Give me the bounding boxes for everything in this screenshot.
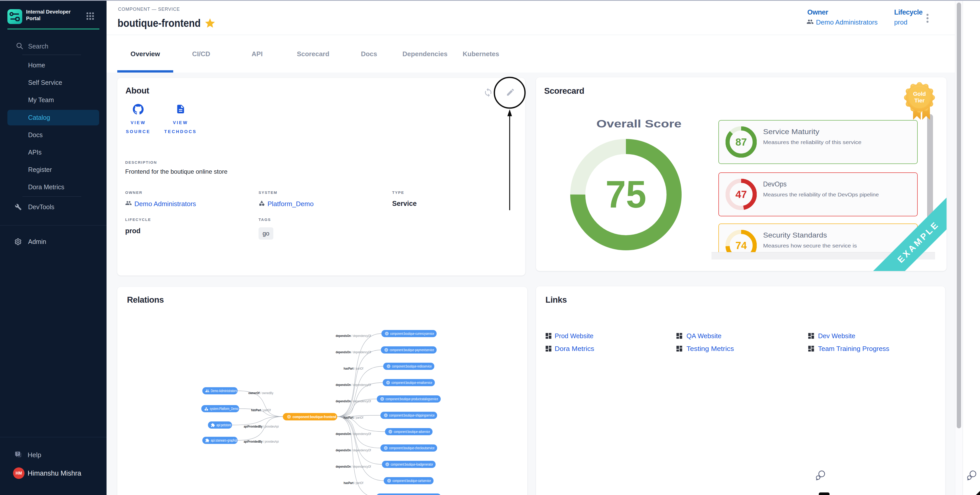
svg-text:hasPart / partOf: hasPart / partOf: [344, 415, 363, 419]
svg-text:dependsOn / dependencyOf: dependsOn / dependencyOf: [336, 432, 371, 436]
svg-text:apiProvidedBy / providesApi: apiProvidedBy / providesApi: [244, 439, 279, 443]
svg-text:dependsOn / dependencyOf: dependsOn / dependencyOf: [336, 383, 371, 387]
svg-text:87: 87: [735, 136, 747, 148]
svg-text:74: 74: [735, 240, 747, 251]
svg-text:dependsOn / dependencyOf: dependsOn / dependencyOf: [336, 465, 371, 468]
svg-text:component:boutique-cartservice: component:boutique-cartservice: [392, 478, 431, 483]
svg-text:component:boutique-frontend: component:boutique-frontend: [293, 415, 336, 419]
svg-text:hasPart / partOf: hasPart / partOf: [344, 366, 363, 370]
svg-text:system:Platform_Demo: system:Platform_Demo: [210, 406, 239, 411]
svg-text:dependsOn / dependencyOf: dependsOn / dependencyOf: [336, 399, 371, 403]
svg-text:dependsOn / dependencyOf: dependsOn / dependencyOf: [336, 350, 371, 354]
svg-text:component:boutique-emailservic: component:boutique-emailservice: [391, 380, 432, 385]
svg-text:apiProvidedBy / providesApi: apiProvidedBy / providesApi: [244, 425, 279, 428]
svg-text:Dora Metrics: Dora Metrics: [555, 345, 594, 352]
svg-text:75: 75: [606, 173, 646, 216]
svg-text:ownerOf / ownedBy: ownerOf / ownedBy: [248, 391, 274, 395]
svg-text:?: ?: [17, 452, 19, 456]
svg-text:component:boutique-loadgenerat: component:boutique-loadgenerator: [391, 462, 433, 466]
svg-text:Tier: Tier: [914, 97, 924, 104]
svg-text:component:boutique-redisservic: component:boutique-redisservice: [392, 364, 432, 368]
svg-text:Service Maturity: Service Maturity: [763, 128, 819, 135]
svg-text:QA Website: QA Website: [686, 332, 721, 340]
svg-text:api:starwars-graphql: api:starwars-graphql: [211, 438, 237, 442]
svg-text:Measures the reliability of th: Measures the reliability of this service: [763, 140, 861, 145]
svg-text:component:boutique-paymentserv: component:boutique-paymentservice: [390, 348, 434, 352]
svg-text:Overall Score: Overall Score: [597, 118, 682, 130]
svg-text:Security Standards: Security Standards: [763, 231, 827, 239]
svg-text:component:boutique-adservice: component:boutique-adservice: [394, 429, 430, 434]
svg-text:hasPart / partOf: hasPart / partOf: [251, 408, 271, 412]
svg-text:Gold: Gold: [913, 91, 926, 97]
svg-text:47: 47: [735, 189, 747, 200]
svg-text:Prod Website: Prod Website: [555, 332, 593, 340]
svg-text:DevOps: DevOps: [763, 180, 787, 188]
svg-text:component:boutique-shippingser: component:boutique-shippingservice: [389, 413, 434, 417]
svg-text:api:petstore: api:petstore: [216, 423, 231, 427]
svg-text:Measures how secure the servic: Measures how secure the service is: [763, 243, 857, 248]
svg-text:component:boutique-checkoutser: component:boutique-checkoutservice: [389, 446, 434, 450]
svg-text:component:boutique-currencyser: component:boutique-currencyservice: [390, 331, 434, 336]
svg-text:dependsOn / dependencyOf: dependsOn / dependencyOf: [336, 334, 371, 337]
svg-text:Measures the reliability of th: Measures the reliability of the DevOps p…: [763, 192, 879, 197]
svg-text:hasPart / partOf: hasPart / partOf: [344, 481, 363, 485]
svg-text:component:boutique-productcata: component:boutique-productcatalogservice: [385, 397, 438, 401]
svg-text:Team Training Progress: Team Training Progress: [818, 345, 889, 352]
svg-text:Testing Metrics: Testing Metrics: [686, 345, 734, 352]
svg-text:dependsOn / dependencyOf: dependsOn / dependencyOf: [336, 448, 371, 452]
svg-text:Dev Website: Dev Website: [818, 332, 855, 340]
svg-text:Demo Administrators: Demo Administrators: [211, 388, 237, 393]
